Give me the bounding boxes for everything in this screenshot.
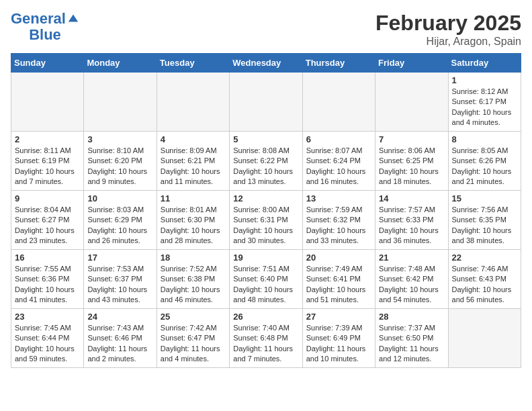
day-number: 25 (161, 312, 226, 322)
title-block: February 2025 Hijar, Aragon, Spain (375, 11, 521, 48)
logo: General Blue (11, 11, 79, 43)
day-number: 24 (87, 312, 152, 322)
day-number: 11 (161, 193, 226, 203)
weekday-header-saturday: Saturday (448, 54, 521, 73)
calendar-cell (11, 73, 84, 132)
day-number: 4 (161, 134, 226, 144)
day-number: 23 (15, 312, 80, 322)
week-row-5: 23Sunrise: 7:45 AMSunset: 6:44 PMDayligh… (11, 309, 521, 368)
logo-blue: Blue (29, 27, 61, 43)
day-info: Sunrise: 7:51 AMSunset: 6:40 PMDaylight:… (233, 264, 298, 306)
week-row-4: 16Sunrise: 7:55 AMSunset: 6:36 PMDayligh… (11, 250, 521, 309)
calendar-cell: 7Sunrise: 8:06 AMSunset: 6:25 PMDaylight… (375, 132, 448, 191)
day-info: Sunrise: 7:53 AMSunset: 6:37 PMDaylight:… (87, 264, 152, 306)
day-number: 18 (161, 253, 226, 263)
calendar-cell: 2Sunrise: 8:11 AMSunset: 6:19 PMDaylight… (11, 132, 84, 191)
calendar-cell (157, 73, 229, 132)
calendar-cell: 21Sunrise: 7:48 AMSunset: 6:42 PMDayligh… (375, 250, 448, 309)
day-info: Sunrise: 8:00 AMSunset: 6:31 PMDaylight:… (233, 205, 298, 246)
day-info: Sunrise: 8:12 AMSunset: 6:17 PMDaylight:… (452, 87, 517, 128)
day-info: Sunrise: 8:06 AMSunset: 6:25 PMDaylight:… (379, 146, 444, 187)
day-info: Sunrise: 7:39 AMSunset: 6:49 PMDaylight:… (306, 323, 371, 365)
calendar-cell: 10Sunrise: 8:03 AMSunset: 6:29 PMDayligh… (84, 191, 157, 250)
calendar-cell: 28Sunrise: 7:37 AMSunset: 6:50 PMDayligh… (375, 309, 448, 368)
calendar-cell: 8Sunrise: 8:05 AMSunset: 6:26 PMDaylight… (448, 132, 521, 191)
day-info: Sunrise: 7:42 AMSunset: 6:47 PMDaylight:… (161, 323, 226, 365)
weekday-header-row: SundayMondayTuesdayWednesdayThursdayFrid… (11, 54, 521, 73)
calendar-cell: 9Sunrise: 8:04 AMSunset: 6:27 PMDaylight… (11, 191, 84, 250)
calendar-cell: 15Sunrise: 7:56 AMSunset: 6:35 PMDayligh… (448, 191, 521, 250)
day-info: Sunrise: 7:40 AMSunset: 6:48 PMDaylight:… (233, 323, 298, 365)
day-info: Sunrise: 8:09 AMSunset: 6:21 PMDaylight:… (161, 146, 226, 187)
day-number: 13 (306, 193, 371, 203)
calendar-cell: 14Sunrise: 7:57 AMSunset: 6:33 PMDayligh… (375, 191, 448, 250)
day-number: 20 (306, 253, 371, 263)
calendar-cell (375, 73, 448, 132)
calendar-cell: 5Sunrise: 8:08 AMSunset: 6:22 PMDaylight… (230, 132, 302, 191)
day-number: 7 (379, 134, 444, 144)
week-row-2: 2Sunrise: 8:11 AMSunset: 6:19 PMDaylight… (11, 132, 521, 191)
day-number: 10 (87, 193, 152, 203)
day-number: 28 (379, 312, 444, 322)
weekday-header-wednesday: Wednesday (230, 54, 302, 73)
calendar-table: SundayMondayTuesdayWednesdayThursdayFrid… (11, 53, 521, 368)
calendar-cell: 4Sunrise: 8:09 AMSunset: 6:21 PMDaylight… (157, 132, 229, 191)
svg-marker-0 (69, 15, 78, 22)
calendar-cell: 20Sunrise: 7:49 AMSunset: 6:41 PMDayligh… (302, 250, 375, 309)
calendar-cell: 24Sunrise: 7:43 AMSunset: 6:46 PMDayligh… (84, 309, 157, 368)
calendar-cell: 11Sunrise: 8:01 AMSunset: 6:30 PMDayligh… (157, 191, 229, 250)
day-info: Sunrise: 8:11 AMSunset: 6:19 PMDaylight:… (15, 146, 80, 187)
day-number: 1 (452, 75, 517, 85)
week-row-1: 1Sunrise: 8:12 AMSunset: 6:17 PMDaylight… (11, 73, 521, 132)
page-header: General Blue February 2025 Hijar, Aragon… (11, 11, 521, 48)
weekday-header-tuesday: Tuesday (157, 54, 229, 73)
day-number: 19 (233, 253, 298, 263)
weekday-header-thursday: Thursday (302, 54, 375, 73)
day-info: Sunrise: 8:03 AMSunset: 6:29 PMDaylight:… (87, 205, 152, 246)
day-info: Sunrise: 7:46 AMSunset: 6:43 PMDaylight:… (452, 264, 517, 306)
calendar-cell: 13Sunrise: 7:59 AMSunset: 6:32 PMDayligh… (302, 191, 375, 250)
calendar-cell (448, 309, 521, 368)
weekday-header-sunday: Sunday (11, 54, 84, 73)
day-info: Sunrise: 8:04 AMSunset: 6:27 PMDaylight:… (15, 205, 80, 246)
calendar-cell (302, 73, 375, 132)
day-number: 14 (379, 193, 444, 203)
day-info: Sunrise: 8:10 AMSunset: 6:20 PMDaylight:… (87, 146, 152, 187)
logo-text: General (11, 11, 66, 27)
day-number: 21 (379, 253, 444, 263)
calendar-cell: 6Sunrise: 8:07 AMSunset: 6:24 PMDaylight… (302, 132, 375, 191)
calendar-cell: 23Sunrise: 7:45 AMSunset: 6:44 PMDayligh… (11, 309, 84, 368)
calendar-cell: 1Sunrise: 8:12 AMSunset: 6:17 PMDaylight… (448, 73, 521, 132)
calendar-cell (230, 73, 302, 132)
day-info: Sunrise: 8:08 AMSunset: 6:22 PMDaylight:… (233, 146, 298, 187)
calendar-cell: 26Sunrise: 7:40 AMSunset: 6:48 PMDayligh… (230, 309, 302, 368)
calendar-cell: 3Sunrise: 8:10 AMSunset: 6:20 PMDaylight… (84, 132, 157, 191)
calendar-cell: 16Sunrise: 7:55 AMSunset: 6:36 PMDayligh… (11, 250, 84, 309)
day-number: 16 (15, 253, 80, 263)
day-number: 8 (452, 134, 517, 144)
day-info: Sunrise: 7:37 AMSunset: 6:50 PMDaylight:… (379, 323, 444, 365)
week-row-3: 9Sunrise: 8:04 AMSunset: 6:27 PMDaylight… (11, 191, 521, 250)
day-info: Sunrise: 8:05 AMSunset: 6:26 PMDaylight:… (452, 146, 517, 187)
day-info: Sunrise: 7:55 AMSunset: 6:36 PMDaylight:… (15, 264, 80, 306)
day-number: 22 (452, 253, 517, 263)
day-info: Sunrise: 7:48 AMSunset: 6:42 PMDaylight:… (379, 264, 444, 306)
day-number: 26 (233, 312, 298, 322)
day-number: 3 (87, 134, 152, 144)
location-title: Hijar, Aragon, Spain (375, 36, 521, 48)
day-number: 6 (306, 134, 371, 144)
day-info: Sunrise: 8:07 AMSunset: 6:24 PMDaylight:… (306, 146, 371, 187)
day-info: Sunrise: 7:45 AMSunset: 6:44 PMDaylight:… (15, 323, 80, 365)
day-number: 27 (306, 312, 371, 322)
calendar-cell (84, 73, 157, 132)
day-info: Sunrise: 7:59 AMSunset: 6:32 PMDaylight:… (306, 205, 371, 246)
calendar-cell: 17Sunrise: 7:53 AMSunset: 6:37 PMDayligh… (84, 250, 157, 309)
calendar-cell: 19Sunrise: 7:51 AMSunset: 6:40 PMDayligh… (230, 250, 302, 309)
calendar-cell: 18Sunrise: 7:52 AMSunset: 6:38 PMDayligh… (157, 250, 229, 309)
month-title: February 2025 (375, 11, 521, 36)
day-info: Sunrise: 7:57 AMSunset: 6:33 PMDaylight:… (379, 205, 444, 246)
day-number: 17 (87, 253, 152, 263)
day-info: Sunrise: 7:52 AMSunset: 6:38 PMDaylight:… (161, 264, 226, 306)
day-info: Sunrise: 7:56 AMSunset: 6:35 PMDaylight:… (452, 205, 517, 246)
day-number: 9 (15, 193, 80, 203)
